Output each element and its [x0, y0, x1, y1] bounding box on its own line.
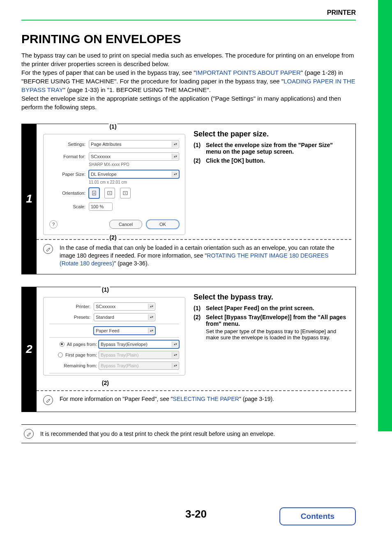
- format-for-sub: SHARP MX-xxxx PPD: [89, 162, 179, 167]
- first-page-label: First page from:: [65, 352, 97, 357]
- step2-callout-1: (1): [101, 286, 110, 293]
- paper-size-sub: 11.01 cm x 22.01 cm: [89, 180, 179, 184]
- final-note: It is recommended that you do a test pri…: [21, 424, 356, 443]
- presets-select[interactable]: Standard▴▾: [94, 313, 155, 321]
- scale-label: Scale:: [49, 204, 89, 209]
- contents-button[interactable]: Contents: [279, 507, 356, 525]
- portrait-icon: A: [92, 191, 96, 196]
- landscape-right-icon: A: [123, 191, 128, 195]
- orientation-landscape-left[interactable]: A: [104, 188, 115, 198]
- all-pages-label: All pages from:: [67, 342, 97, 347]
- step2-item2-text: Select [Bypass Tray(Envelope)] from the …: [206, 314, 349, 341]
- pencil-icon: [26, 431, 31, 436]
- orientation-portrait[interactable]: A: [89, 188, 99, 198]
- intro-p2: For the types of paper that can be used …: [21, 68, 356, 94]
- remaining-label: Remaining from:: [49, 363, 99, 368]
- svg-text:A: A: [125, 192, 126, 194]
- note-icon: [43, 244, 53, 254]
- all-pages-radio[interactable]: [60, 342, 65, 347]
- intro-p1: The bypass tray can be used to print on …: [21, 51, 356, 68]
- panel-select[interactable]: Paper Feed▴▾: [94, 327, 155, 335]
- link-important-points[interactable]: IMPORTANT POINTS ABOUT PAPER: [196, 69, 300, 76]
- step1-item1-text: Select the envelope size from the "Paper…: [206, 142, 349, 155]
- step1-item1-num: (1): [194, 142, 206, 155]
- note-icon: [43, 395, 53, 405]
- remaining-select: Bypass Tray(Plain)▴▾: [99, 362, 179, 370]
- pencil-icon: [46, 246, 51, 251]
- ok-button[interactable]: OK: [146, 220, 179, 229]
- page-title: PRINTING ON ENVELOPES: [21, 32, 356, 46]
- step2-item1-num: (1): [194, 305, 206, 311]
- step1-callout-1: (1): [108, 123, 117, 130]
- step-2: 2 (1) Printer: SCxxxxxx▴▾ Presets: Stan: [21, 287, 356, 412]
- paper-size-select[interactable]: DL Envelope▴▾: [89, 170, 179, 178]
- step1-heading: Select the paper size.: [194, 130, 349, 138]
- intro-p3: Select the envelope size in the appropri…: [21, 94, 356, 111]
- settings-select[interactable]: Page Attributes▴▾: [89, 140, 179, 148]
- settings-label: Settings:: [49, 142, 89, 147]
- presets-label: Presets:: [49, 315, 94, 320]
- pencil-icon: [46, 398, 51, 403]
- print-dialog: Printer: SCxxxxxx▴▾ Presets: Standard▴▾ …: [43, 297, 185, 375]
- step1-item2-num: (2): [194, 157, 206, 164]
- first-page-radio[interactable]: [58, 352, 63, 357]
- page-setup-dialog: Settings: Page Attributes▴▾ Format for: …: [43, 134, 185, 235]
- landscape-left-icon: A: [107, 191, 112, 195]
- step1-note-text: In the case of media that can only be lo…: [60, 244, 349, 267]
- first-page-select: Bypass Tray(Plain)▴▾: [99, 351, 179, 359]
- step1-callout-2: (2): [108, 234, 117, 241]
- step2-item1-text: Select [Paper Feed] on the print screen.: [206, 305, 349, 311]
- step2-note-text: For more information on "Paper Feed", se…: [60, 395, 274, 403]
- step2-callout-2: (2): [101, 380, 110, 386]
- orientation-landscape-right[interactable]: A: [120, 188, 131, 198]
- help-button[interactable]: ?: [49, 220, 58, 228]
- svg-text:A: A: [93, 192, 95, 195]
- step1-item2-text: Click the [OK] button.: [206, 157, 349, 164]
- note-icon: [24, 429, 34, 439]
- side-tab: [378, 0, 392, 431]
- step-1: 1 (1) Settings: Page Attributes▴▾ Format…: [21, 124, 356, 274]
- intro-p2c: " (page 1-33) in "1. BEFORE USING THE MA…: [63, 86, 211, 93]
- final-note-text: It is recommended that you do a test pri…: [40, 431, 275, 437]
- intro-p2a: For the types of paper that can be used …: [21, 69, 196, 76]
- paper-size-label: Paper Size:: [49, 172, 89, 177]
- orientation-label: Orientation:: [49, 191, 89, 196]
- link-selecting-paper[interactable]: SELECTING THE PAPER: [173, 396, 239, 402]
- printer-label: Printer:: [49, 304, 94, 309]
- header-section-label: PRINTER: [327, 9, 356, 16]
- printer-select[interactable]: SCxxxxxx▴▾: [94, 302, 155, 311]
- header-rule: [21, 20, 356, 21]
- step-2-number: 2: [22, 287, 37, 412]
- step2-item2-num: (2): [194, 314, 206, 341]
- step2-item2-sub: Set the paper type of the bypass tray to…: [206, 328, 349, 341]
- cancel-button[interactable]: Cancel: [109, 220, 142, 229]
- step-1-number: 1: [22, 124, 37, 274]
- step2-heading: Select the bypass tray.: [194, 293, 349, 302]
- format-for-label: Format for:: [49, 154, 89, 159]
- scale-input[interactable]: 100 %: [89, 203, 113, 211]
- format-for-select[interactable]: SCxxxxxx▴▾: [89, 152, 179, 161]
- svg-text:A: A: [109, 192, 111, 194]
- all-pages-select[interactable]: Bypass Tray(Envelope)▴▾: [99, 340, 179, 348]
